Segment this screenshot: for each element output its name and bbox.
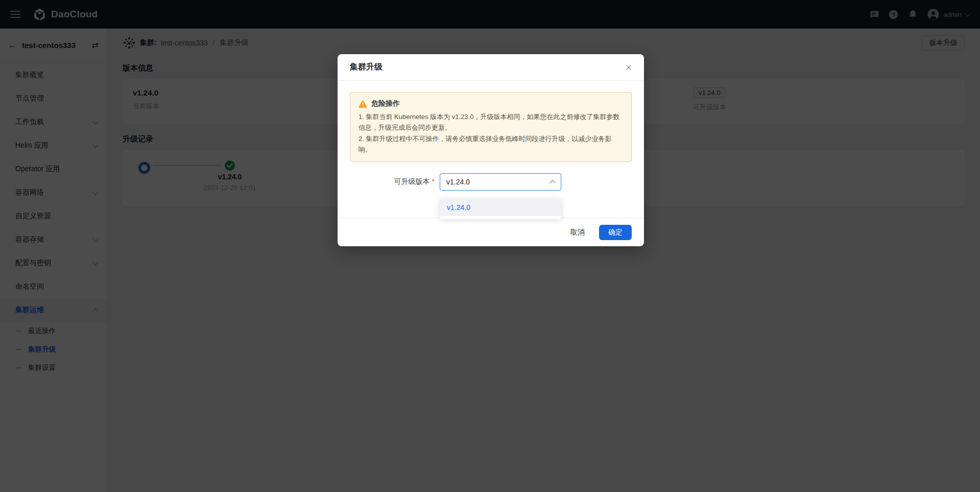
warning-title: 危险操作 <box>371 99 400 108</box>
danger-warning-box: 危险操作 1. 集群当前 Kubernetes 版本为 v1.23.0，升级版本… <box>350 92 632 162</box>
close-icon[interactable] <box>626 62 632 73</box>
cancel-button[interactable]: 取消 <box>569 226 586 239</box>
warning-line-1: 1. 集群当前 Kubernetes 版本为 v1.23.0，升级版本相同，如果… <box>358 111 623 133</box>
select-value: v1.24.0 <box>446 178 470 186</box>
upgrade-version-label: 可升级版本* <box>350 177 435 186</box>
modal-body: 危险操作 1. 集群当前 Kubernetes 版本为 v1.23.0，升级版本… <box>338 81 644 218</box>
version-dropdown: v1.24.0 <box>440 199 561 219</box>
cluster-upgrade-modal: 集群升级 危险操作 1. 集群当前 Kubernetes 版本为 v1.23.0… <box>338 54 644 246</box>
warning-line-2: 2. 集群升级过程中不可操作，请务必慎重选择业务低峰时间段进行升级，以减少业务影… <box>358 133 623 155</box>
modal-title: 集群升级 <box>350 62 383 73</box>
modal-header: 集群升级 <box>338 54 644 81</box>
upgrade-version-form-row: 可升级版本* v1.24.0 v1.24.0 <box>350 173 632 191</box>
dropdown-option[interactable]: v1.24.0 <box>440 199 561 216</box>
required-asterisk: * <box>432 177 435 185</box>
modal-footer: 取消 确定 <box>338 218 644 246</box>
confirm-button[interactable]: 确定 <box>599 225 632 240</box>
chevron-up-icon <box>549 180 555 185</box>
warning-triangle-icon <box>358 100 367 108</box>
upgrade-version-select[interactable]: v1.24.0 <box>440 173 561 191</box>
